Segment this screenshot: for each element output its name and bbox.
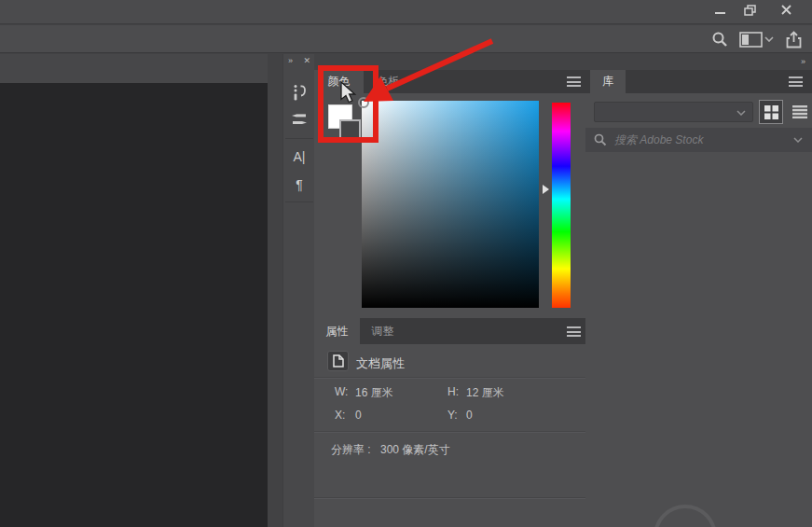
- title-bar: [0, 0, 812, 24]
- restore-icon: [744, 5, 757, 17]
- list-view-button[interactable]: [788, 100, 812, 124]
- tab-swatches-label: 色板: [378, 74, 400, 90]
- tab-libraries[interactable]: 库: [590, 70, 626, 93]
- libraries-panel-body: [585, 93, 812, 527]
- libraries-panel-top-strip: »: [585, 54, 812, 70]
- search-icon: [594, 133, 607, 146]
- saturation-brightness-field[interactable]: [362, 101, 539, 308]
- library-search-field[interactable]: 搜索 Adobe Stock: [585, 128, 812, 152]
- restore-button[interactable]: [740, 2, 761, 19]
- document-tab-strip: [0, 54, 268, 83]
- height-label: H:: [447, 385, 459, 398]
- photoshop-window: » ✕ A| ¶: [0, 0, 812, 527]
- chevron-down-icon: [764, 36, 774, 42]
- panel-dock-strip: » ✕ A| ¶: [282, 54, 314, 527]
- character-panel-button[interactable]: A|: [286, 145, 312, 169]
- minimize-button[interactable]: [710, 2, 731, 19]
- libraries-panel-menu-icon[interactable]: [789, 76, 803, 87]
- creative-cloud-watermark-icon: [650, 503, 721, 527]
- x-value[interactable]: 0: [355, 409, 362, 422]
- search-button[interactable]: [709, 30, 731, 49]
- paragraph-icon: ¶: [296, 177, 303, 192]
- workspace-layout-icon: [739, 32, 764, 48]
- character-icon: A|: [294, 149, 306, 164]
- list-view-icon: [792, 105, 807, 118]
- workspace-chevron-button[interactable]: [763, 30, 776, 49]
- share-icon: [786, 31, 803, 49]
- close-icon: [781, 5, 792, 16]
- paragraph-panel-button[interactable]: ¶: [286, 173, 312, 197]
- dock-header: » ✕: [283, 54, 315, 69]
- properties-panel-tabbar: 属性 调整: [314, 318, 585, 344]
- chevron-down-icon[interactable]: [793, 137, 803, 143]
- dock-separator: [285, 138, 313, 139]
- y-label: Y:: [447, 409, 458, 422]
- brush-settings-panel-button[interactable]: [286, 80, 312, 104]
- library-select-dropdown[interactable]: [594, 102, 753, 122]
- hue-slider-bar[interactable]: [552, 103, 571, 308]
- tab-adjustments-label: 调整: [372, 324, 394, 340]
- dock-separator: [285, 201, 313, 202]
- tab-libraries-label: 库: [602, 74, 613, 90]
- grid-view-button[interactable]: [759, 100, 783, 124]
- properties-panel-body: [314, 344, 585, 527]
- close-dock-icon[interactable]: ✕: [303, 56, 311, 69]
- annotation-highlight-rectangle: [318, 65, 378, 143]
- tab-properties[interactable]: 属性: [314, 318, 360, 344]
- close-button[interactable]: [777, 2, 797, 19]
- resolution-label: 分辨率 :: [331, 442, 371, 458]
- height-value[interactable]: 12 厘米: [466, 385, 504, 401]
- chevron-down-icon: [736, 110, 746, 116]
- width-label: W:: [335, 385, 348, 398]
- grid-view-icon: [764, 105, 778, 119]
- document-properties-title: 文档属性: [356, 355, 405, 372]
- minimize-icon: [715, 6, 726, 15]
- brushes-panel-button[interactable]: [286, 107, 312, 132]
- search-placeholder-text: 搜索 Adobe Stock: [614, 132, 703, 148]
- hue-slider-arrow[interactable]: [543, 185, 549, 194]
- brushes-icon: [290, 111, 309, 128]
- tab-adjustments[interactable]: 调整: [360, 318, 406, 344]
- brush-settings-icon: [290, 84, 309, 102]
- properties-panel-menu-icon[interactable]: [567, 326, 581, 337]
- divider: [314, 431, 585, 432]
- libraries-panel-tabbar: 库: [585, 70, 812, 93]
- canvas-area[interactable]: [0, 83, 268, 527]
- divider: [314, 377, 585, 378]
- workspace-switcher-button[interactable]: [737, 30, 765, 49]
- resolution-value[interactable]: 300 像素/英寸: [380, 442, 450, 458]
- divider: [314, 497, 585, 498]
- document-properties-icon-box: [327, 351, 349, 371]
- y-value[interactable]: 0: [466, 409, 473, 422]
- x-label: X:: [335, 409, 345, 422]
- document-icon: [333, 354, 344, 368]
- collapse-libraries-icon[interactable]: »: [801, 57, 806, 66]
- search-icon: [711, 31, 728, 48]
- collapse-panels-icon[interactable]: »: [288, 56, 294, 69]
- color-panel-menu-icon[interactable]: [567, 76, 581, 87]
- width-value[interactable]: 16 厘米: [355, 385, 393, 401]
- share-button[interactable]: [783, 30, 805, 49]
- options-bar: [0, 25, 812, 53]
- tab-properties-label: 属性: [326, 324, 349, 340]
